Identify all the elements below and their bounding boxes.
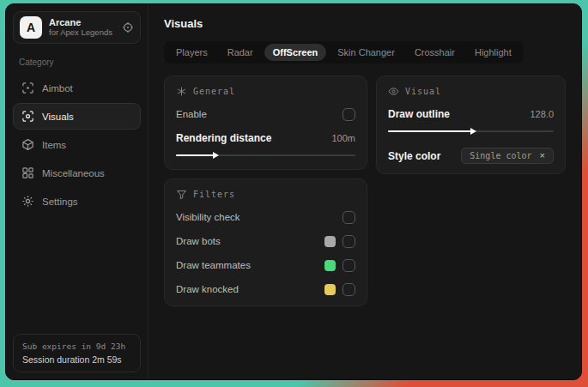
cube-icon	[21, 138, 34, 151]
sidebar-item-label: Settings	[42, 197, 78, 207]
panel-general: General Enable Rendering distance 100m	[164, 76, 367, 170]
draw-knocked-checkbox[interactable]	[342, 283, 355, 296]
style-color-value: Single color	[470, 151, 531, 160]
session-duration-text: Session duration 2m 59s	[22, 354, 131, 365]
sidebar-item-label: Aimbot	[42, 83, 73, 94]
draw-outline-row: Draw outline 128.0	[388, 107, 554, 121]
brand-card: A Arcane for Apex Legends	[13, 11, 141, 44]
panel-visual: Visual Draw outline 128.0 Style color Si…	[376, 76, 566, 174]
sidebar-nav: Aimbot Visuals Items	[13, 73, 141, 216]
left-column: General Enable Rendering distance 100m	[164, 76, 367, 306]
sidebar-item-label: Miscellaneous	[42, 168, 105, 178]
enable-checkbox[interactable]	[342, 108, 355, 121]
draw-bots-label: Draw bots	[176, 236, 221, 246]
visibility-check-checkbox[interactable]	[342, 211, 355, 224]
enable-row: Enable	[176, 107, 355, 121]
sidebar-item-settings[interactable]: Settings	[13, 188, 141, 215]
draw-teammates-color-swatch[interactable]	[324, 260, 336, 271]
tab-highlight[interactable]: Highlight	[466, 44, 520, 61]
panel-filters-header: Filters	[176, 189, 355, 200]
draw-bots-checkbox[interactable]	[342, 235, 355, 248]
target-icon[interactable]	[122, 21, 134, 33]
draw-bots-color-swatch[interactable]	[324, 236, 336, 247]
enable-label: Enable	[176, 109, 207, 119]
style-color-row: Style color Single color ×	[388, 148, 554, 164]
sub-expires-text: Sub expires in 9d 23h	[22, 342, 131, 351]
panel-title: Filters	[193, 190, 235, 199]
funnel-icon	[176, 189, 187, 200]
sidebar-item-label: Visuals	[42, 112, 74, 122]
style-color-label: Style color	[388, 150, 440, 162]
page-title: Visuals	[164, 17, 566, 30]
draw-knocked-color-swatch[interactable]	[324, 284, 336, 295]
panel-title: Visual	[405, 87, 441, 96]
rendering-distance-value: 100m	[331, 133, 355, 143]
tab-bar: Players Radar OffScreen Skin Changer Cro…	[164, 41, 524, 63]
rendering-distance-label: Rendering distance	[176, 132, 271, 144]
grid-icon	[21, 166, 34, 179]
sidebar-item-items[interactable]: Items	[13, 131, 141, 158]
panels-grid: General Enable Rendering distance 100m	[164, 76, 566, 306]
rendering-distance-slider[interactable]	[176, 151, 355, 160]
sidebar-item-miscellaneous[interactable]: Miscellaneous	[13, 160, 141, 186]
sidebar-item-visuals[interactable]: Visuals	[13, 103, 141, 130]
gear-icon	[21, 195, 34, 208]
category-label: Category	[19, 57, 135, 67]
eye-icon	[388, 86, 399, 97]
panel-general-header: General	[176, 86, 355, 97]
draw-teammates-checkbox[interactable]	[342, 259, 355, 272]
draw-outline-value: 128.0	[530, 109, 554, 119]
app-name: Arcane	[49, 17, 112, 28]
draw-knocked-row: Draw knocked	[176, 282, 355, 296]
tab-skin-changer[interactable]: Skin Changer	[329, 44, 403, 61]
draw-teammates-row: Draw teammates	[176, 258, 355, 272]
session-card: Sub expires in 9d 23h Session duration 2…	[13, 334, 141, 372]
draw-teammates-label: Draw teammates	[176, 260, 251, 270]
draw-knocked-label: Draw knocked	[176, 284, 239, 294]
visibility-check-label: Visibility check	[176, 212, 240, 222]
sidebar-item-label: Items	[42, 140, 66, 150]
style-color-select[interactable]: Single color ×	[461, 148, 554, 164]
app-logo: A	[20, 16, 42, 39]
draw-outline-label: Draw outline	[388, 108, 450, 120]
right-column: Visual Draw outline 128.0 Style color Si…	[376, 76, 566, 174]
draw-bots-row: Draw bots	[176, 234, 355, 248]
tab-players[interactable]: Players	[167, 44, 216, 61]
rendering-distance-row: Rendering distance 100m	[176, 131, 355, 145]
panel-title: General	[193, 87, 235, 96]
brand-text: Arcane for Apex Legends	[49, 17, 112, 39]
slider-fill	[388, 130, 471, 132]
tab-crosshair[interactable]: Crosshair	[406, 44, 464, 61]
panel-visual-header: Visual	[388, 86, 554, 97]
sidebar: A Arcane for Apex Legends Category	[6, 4, 149, 379]
app-window: A Arcane for Apex Legends Category	[5, 3, 582, 380]
close-icon[interactable]: ×	[540, 151, 545, 160]
tab-radar[interactable]: Radar	[219, 44, 262, 61]
slider-fill	[176, 154, 214, 156]
sparkle-icon	[176, 86, 187, 97]
panel-filters: Filters Visibility check Draw bots Draw …	[164, 178, 367, 306]
app-subtitle: for Apex Legends	[49, 28, 112, 38]
sidebar-item-aimbot[interactable]: Aimbot	[13, 75, 141, 101]
crosshair-icon	[21, 82, 34, 94]
eye-scan-icon	[21, 110, 34, 123]
tab-offscreen[interactable]: OffScreen	[264, 44, 327, 61]
draw-outline-slider[interactable]	[388, 127, 554, 136]
visibility-check-row: Visibility check	[176, 210, 355, 224]
main-content: Visuals Players Radar OffScreen Skin Cha…	[149, 4, 581, 379]
